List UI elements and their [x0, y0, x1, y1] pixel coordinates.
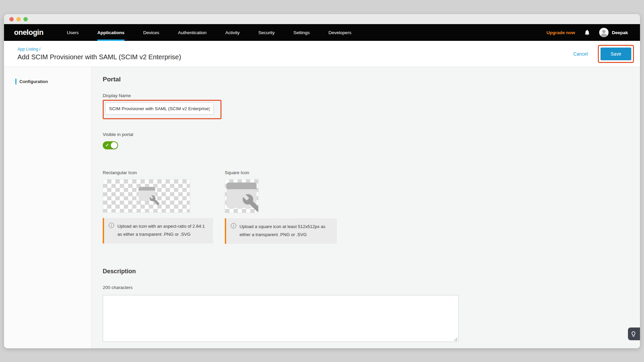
breadcrumb[interactable]: App Listing /: [17, 47, 181, 52]
square-icon-help-text: Upload a square icon at least 512x512px …: [240, 223, 332, 239]
cancel-button[interactable]: Cancel: [573, 51, 588, 57]
nav-item-developers[interactable]: Developers: [329, 24, 351, 41]
nav-right-controls: Upgrade now Deepak: [546, 24, 628, 41]
portal-section-heading: Portal: [103, 76, 640, 83]
nav-item-activity[interactable]: Activity: [225, 24, 240, 41]
rectangular-app-icon: [139, 187, 155, 201]
notifications-bell-icon[interactable]: [584, 29, 590, 36]
square-icon-column: Square Icon i Upload a: [225, 170, 337, 244]
maximize-window-button[interactable]: [23, 17, 28, 21]
save-button[interactable]: Save: [601, 48, 631, 60]
sidebar: Configuration: [4, 67, 92, 348]
nav-menu: Users Applications Devices Authenticatio…: [67, 24, 351, 41]
display-name-highlight: [103, 100, 221, 119]
user-menu[interactable]: Deepak: [599, 28, 628, 37]
minimize-window-button[interactable]: [16, 17, 21, 21]
app-window-titlebar-shape: [139, 187, 155, 191]
app-window: onelogin Users Applications Devices Auth…: [4, 14, 640, 348]
nav-item-devices[interactable]: Devices: [143, 24, 159, 41]
description-field-wrap: [103, 295, 459, 343]
rectangular-icon-upload[interactable]: [103, 179, 190, 213]
textarea-resize-handle[interactable]: [454, 338, 458, 341]
rectangular-icon-label: Rectangular Icon: [103, 170, 213, 175]
nav-item-users[interactable]: Users: [67, 24, 79, 41]
save-button-highlight: Save: [598, 45, 634, 63]
description-section-heading: Description: [103, 268, 640, 275]
display-name-input[interactable]: [105, 102, 214, 115]
lightbulb-icon: [630, 331, 637, 337]
sidebar-item-label: Configuration: [19, 79, 48, 84]
square-icon-label: Square Icon: [225, 170, 337, 175]
nav-item-authentication[interactable]: Authentication: [178, 24, 207, 41]
top-nav: onelogin Users Applications Devices Auth…: [4, 24, 640, 41]
rectangular-icon-help-text: Upload an icon with an aspect-ratio of 2…: [117, 222, 208, 238]
toggle-knob: [111, 142, 117, 149]
user-name: Deepak: [612, 30, 628, 35]
rectangular-icon-help-box: i Upload an icon with an aspect-ratio of…: [103, 218, 213, 243]
rectangular-icon-column: Rectangular Icon i Uplo: [103, 170, 213, 244]
square-icon-help-box: i Upload a square icon at least 512x512p…: [225, 218, 337, 244]
content: Configuration Portal Display Name Visibl…: [4, 67, 640, 348]
app-window-titlebar-shape: [226, 183, 257, 189]
close-window-button[interactable]: [9, 17, 14, 21]
toggle-check-icon: ✓: [105, 143, 109, 148]
window-titlebar: [4, 14, 640, 24]
page-title: Add SCIM Provisioner with SAML (SCIM v2 …: [17, 53, 181, 61]
nav-item-applications[interactable]: Applications: [97, 24, 124, 41]
page-header-actions: Cancel Save: [573, 45, 634, 63]
main-panel: Portal Display Name Visible in portal ✓ …: [92, 67, 640, 348]
active-indicator-bar: [15, 79, 16, 84]
square-icon-upload[interactable]: [225, 179, 259, 213]
user-avatar: [599, 28, 609, 37]
info-icon: i: [109, 223, 114, 228]
wrench-icon: [149, 195, 160, 206]
upgrade-now-link[interactable]: Upgrade now: [546, 30, 575, 35]
page-header-titles: App Listing / Add SCIM Provisioner with …: [17, 47, 181, 61]
square-app-icon: [226, 183, 257, 208]
sidebar-item-configuration[interactable]: Configuration: [4, 78, 91, 85]
page-header: App Listing / Add SCIM Provisioner with …: [4, 41, 640, 67]
character-count-label: 200 characters: [103, 285, 640, 290]
wrench-icon: [242, 193, 259, 213]
visible-in-portal-label: Visible in portal: [103, 132, 640, 137]
display-name-label: Display Name: [103, 93, 640, 98]
visible-in-portal-toggle[interactable]: ✓: [103, 141, 118, 149]
description-textarea[interactable]: [103, 295, 459, 342]
help-tips-button[interactable]: [628, 328, 640, 340]
info-icon: i: [231, 223, 236, 228]
nav-item-settings[interactable]: Settings: [293, 24, 310, 41]
onelogin-logo[interactable]: onelogin: [14, 28, 43, 37]
nav-item-security[interactable]: Security: [258, 24, 275, 41]
icon-upload-row: Rectangular Icon i Uplo: [103, 170, 640, 244]
